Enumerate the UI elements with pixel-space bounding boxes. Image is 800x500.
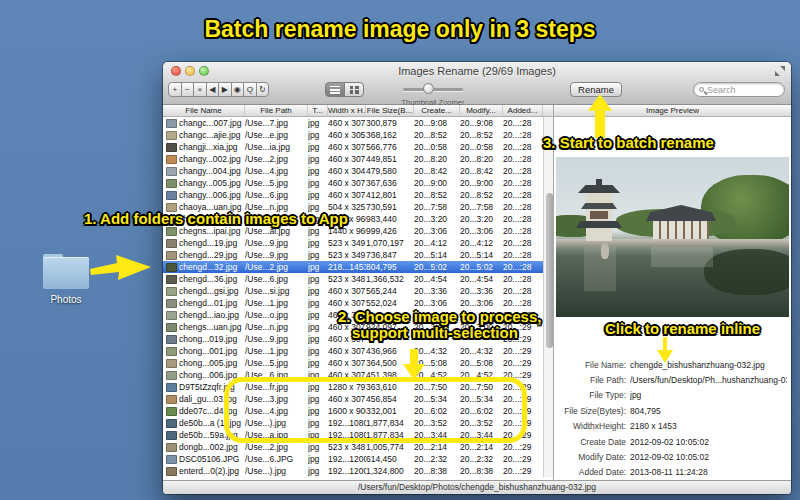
cell-path: /Use...9.jpg	[245, 250, 308, 260]
step3-annotation: 3. Start to batch rename	[543, 134, 714, 151]
search-field[interactable]: Search	[693, 82, 785, 97]
cell-path: /Use...9.jpg	[245, 238, 308, 248]
cell-type: jpg	[308, 250, 328, 260]
table-row[interactable]: changy...006.jpg/Use...6.jpgjpg460 x 307…	[163, 189, 553, 201]
cell-name: chengd...gsi.jpg	[179, 286, 245, 296]
info-label: Create Date	[560, 437, 626, 447]
search-button[interactable]: Q	[243, 82, 257, 97]
cell-name: changc...ajie.jpg	[179, 130, 245, 140]
cell-dims: 460 x 304	[328, 166, 366, 176]
cell-type: jpg	[308, 238, 328, 248]
thumbnail-zoomer-slider[interactable]	[403, 82, 463, 97]
info-row: File Size(Bytes):804,795	[560, 403, 787, 418]
cell-modify: 20...8:52	[460, 190, 503, 200]
column-header[interactable]: Modify...	[460, 105, 503, 116]
column-header[interactable]: Width x H...	[328, 105, 366, 116]
list-view-button[interactable]	[325, 82, 345, 97]
cell-size: 412,801	[366, 190, 414, 200]
cell-dims: 523 x 348	[328, 442, 366, 452]
cell-size: 552,024	[366, 298, 414, 308]
search-icon	[699, 87, 704, 92]
titlebar[interactable]: Images Rename (29/69 Images)	[163, 62, 791, 80]
cell-path: /Use...si.jpg	[245, 286, 308, 296]
thumbnail	[166, 323, 177, 332]
next-button[interactable]: ▶	[218, 82, 232, 97]
zoom-button[interactable]	[199, 66, 209, 76]
thumbnail	[166, 407, 177, 416]
info-value: jpg	[630, 390, 641, 400]
scrollbar-thumb[interactable]	[546, 193, 553, 348]
cell-dims: 218...1453	[328, 262, 366, 272]
column-header[interactable]: Create...	[414, 105, 460, 116]
cell-path: /Use...2.jpg	[245, 442, 308, 452]
info-label: Modify Date:	[560, 452, 626, 462]
cell-dims: 460 x 307	[328, 154, 366, 164]
cell-modify: 20...3:36	[460, 286, 503, 296]
previous-button[interactable]: ◀	[206, 82, 220, 97]
cell-create: 20...4:54	[414, 274, 460, 284]
delete-button[interactable]: ×	[193, 82, 207, 97]
fullscreen-icon[interactable]	[775, 66, 785, 76]
step3-arrow-icon	[587, 94, 613, 138]
column-header[interactable]: File Name	[163, 105, 245, 116]
cell-modify: 20...2:32	[460, 454, 503, 464]
table-row[interactable]: changy...002.jpg/Use...2.jpgjpg460 x 307…	[163, 153, 553, 165]
table-row[interactable]: changy...004.jpg/Use...4.jpgjpg460 x 304…	[163, 165, 553, 177]
table-row[interactable]: chong...005.jpg/Use...5.jpgjpg460 x 3073…	[163, 357, 553, 369]
table-row[interactable]: chong...001.jpg/Use...1.jpgjpg460 x 3074…	[163, 345, 553, 357]
add-button[interactable]: +	[168, 82, 182, 97]
table-row[interactable]: chengd...29.jpg/Use...9.jpgjpg523 x 3497…	[163, 249, 553, 261]
table-row[interactable]: DSC05106.JPG/Use...6.JPGjpg192...1200614…	[163, 453, 553, 465]
table-row[interactable]: chengd...36.jpg/Use...6.jpgjpg523 x 3481…	[163, 273, 553, 285]
info-label: Added Date:	[560, 467, 626, 477]
cell-size: 1,070,197	[366, 238, 414, 248]
cell-dims: 460 x 307	[328, 118, 366, 128]
table-row[interactable]: chengd...gsi.jpg/Use...si.jpgjpg460 x 30…	[163, 285, 553, 297]
column-header[interactable]: T...	[308, 105, 328, 116]
table-scrollbar[interactable]	[543, 117, 553, 477]
close-button[interactable]	[171, 66, 181, 76]
cell-type: jpg	[308, 322, 328, 332]
refresh-button[interactable]: ↻	[256, 82, 270, 97]
table-row[interactable]: chengd...19.jpg/Use...9.jpgjpg523 x 3491…	[163, 237, 553, 249]
slider-knob[interactable]	[423, 83, 434, 94]
thumbnail	[166, 251, 177, 260]
thumbnail	[166, 395, 177, 404]
cell-size: 566,776	[366, 142, 414, 152]
minimize-button[interactable]	[185, 66, 195, 76]
column-header[interactable]: File Path	[245, 105, 308, 116]
table-row[interactable]: changc...ajie.jpg/Use...e.jpgjpg460 x 30…	[163, 129, 553, 141]
table-row[interactable]: chengd...32.jpg/Use...2.jpgjpg218...1453…	[163, 261, 553, 273]
info-label: WidthxHeight:	[560, 421, 626, 431]
thumbnail	[166, 467, 177, 476]
table-row[interactable]: changc...007.jpg/Use...7.jpgjpg460 x 307…	[163, 117, 553, 129]
cell-modify: 20...5:02	[460, 262, 503, 272]
column-header[interactable]: Added...	[503, 105, 543, 116]
thumbnail	[166, 419, 177, 428]
table-row[interactable]: changy...005.jpg/Use...5.jpgjpg460 x 307…	[163, 177, 553, 189]
table-row[interactable]: changji...xia.jpg/Use...ia.jpgjpg460 x 3…	[163, 141, 553, 153]
grid-view-button[interactable]	[344, 82, 364, 97]
file-info: File Name:chengde_bishushanzhuang-032.jp…	[560, 357, 787, 480]
toolbar-button-group: +−×◀▶◉Q↻	[168, 82, 269, 97]
view-toggle	[325, 82, 364, 97]
info-label: File Path:	[560, 375, 626, 385]
quicklook-button[interactable]: ◉	[231, 82, 245, 97]
cell-modify: 20...3:20	[460, 214, 503, 224]
info-row: Create Date2012-09-02 10:05:02	[560, 434, 787, 449]
cell-type: jpg	[308, 454, 328, 464]
cell-modify: 20...9:08	[460, 118, 503, 128]
thumbnail	[166, 359, 177, 368]
thumbnail	[166, 227, 177, 236]
cell-dims: 460 x 307	[328, 358, 366, 368]
cell-name: changc...007.jpg	[179, 118, 245, 128]
cell-name: changji...xia.jpg	[179, 142, 245, 152]
remove-button[interactable]: −	[181, 82, 195, 97]
cell-size: 1,366,532	[366, 274, 414, 284]
cell-dims: 523 x 349	[328, 250, 366, 260]
column-header[interactable]: File Size(B...	[366, 105, 414, 116]
table-row[interactable]: enterd...0(2).jpg/Use...).jpgjpg192...12…	[163, 465, 553, 477]
window-chrome: Images Rename (29/69 Images) +−×◀▶◉Q↻ Th…	[163, 62, 791, 105]
cell-path: /Use...ia.jpg	[245, 142, 308, 152]
info-value[interactable]: chengde_bishushanzhuang-032.jpg	[630, 360, 765, 370]
